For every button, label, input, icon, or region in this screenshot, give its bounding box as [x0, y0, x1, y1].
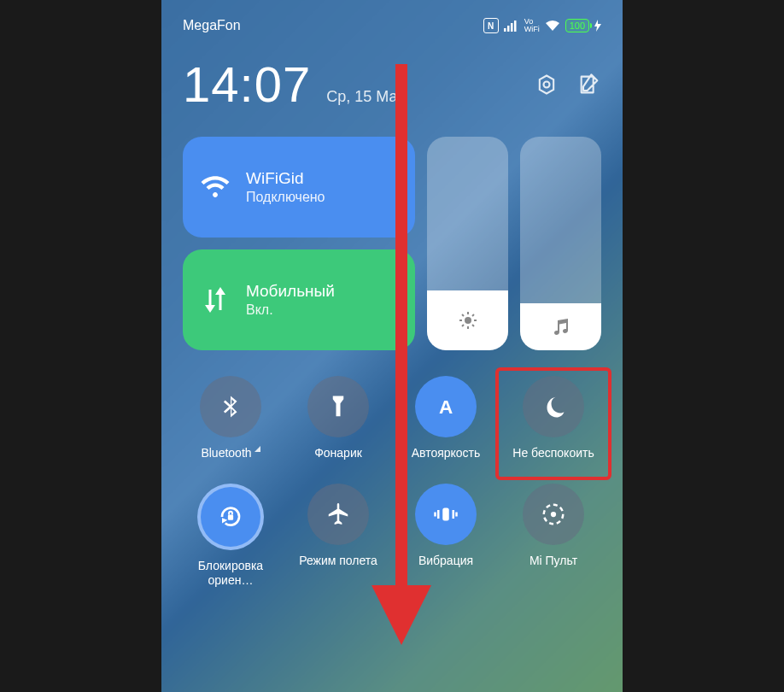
page-dot-active	[383, 600, 389, 606]
brightness-icon	[458, 310, 478, 331]
svg-line-12	[462, 325, 464, 326]
autobrightness-toggle[interactable]: A Автояркость	[398, 376, 494, 475]
dnd-toggle[interactable]: Не беспокоить	[506, 376, 601, 475]
rotation-lock-toggle[interactable]: Блокировка ориен…	[183, 484, 278, 588]
moon-icon	[541, 394, 566, 419]
mobile-data-tile[interactable]: Мобильный Вкл.	[183, 249, 415, 350]
wifi-status-icon	[545, 20, 560, 32]
svg-point-18	[551, 512, 556, 517]
svg-point-5	[465, 317, 471, 324]
airplane-label: Режим полета	[299, 554, 377, 583]
mi-remote-toggle[interactable]: Mi Пульт	[506, 484, 601, 588]
flashlight-toggle[interactable]: Фонарик	[290, 376, 386, 475]
time-row: 14:07 Ср, 15 Май	[183, 56, 601, 113]
page-indicator	[183, 600, 601, 606]
svg-rect-15	[228, 515, 233, 520]
remote-icon	[541, 501, 566, 527]
svg-rect-3	[514, 21, 517, 32]
expand-icon	[398, 220, 407, 229]
settings-icon[interactable]	[535, 73, 559, 97]
bluetooth-label: Bluetooth	[201, 446, 260, 475]
rotation-lock-label: Блокировка ориен…	[183, 559, 278, 588]
control-center: MegaFon N VoWiFi 100 14:07 Ср, 15 Май	[161, 0, 623, 692]
dnd-label: Не беспокоить	[512, 446, 594, 475]
flashlight-label: Фонарик	[314, 446, 362, 475]
svg-rect-16	[442, 508, 449, 521]
flashlight-icon	[325, 394, 351, 419]
svg-line-11	[472, 325, 474, 326]
brightness-slider[interactable]	[427, 137, 508, 350]
bluetooth-icon	[218, 394, 243, 419]
music-icon	[551, 317, 571, 337]
mi-remote-label: Mi Пульт	[529, 554, 577, 583]
expand-icon	[398, 333, 407, 342]
vibration-icon	[433, 501, 459, 527]
wifi-name: WiFiGid	[246, 169, 325, 188]
mobile-data-icon	[200, 284, 231, 315]
bluetooth-toggle[interactable]: Bluetooth	[183, 376, 278, 475]
status-icons: N VoWiFi 100	[483, 18, 601, 33]
rotation-lock-icon	[218, 504, 243, 530]
page-dot	[395, 600, 401, 606]
svg-text:A: A	[439, 396, 453, 418]
carrier-label: MegaFon	[183, 18, 241, 33]
svg-line-10	[462, 314, 464, 316]
clock-date: Ср, 15 Май	[326, 88, 406, 106]
airplane-toggle[interactable]: Режим полета	[290, 484, 386, 588]
mobile-status: Вкл.	[246, 302, 335, 318]
wifi-tile[interactable]: WiFiGid Подключено	[183, 137, 415, 238]
nfc-icon: N	[483, 18, 499, 33]
svg-rect-0	[504, 28, 506, 32]
wifi-status: Подключено	[246, 190, 325, 205]
mobile-title: Мобильный	[246, 282, 335, 301]
charging-icon	[594, 20, 601, 32]
vowifi-icon: VoWiFi	[524, 18, 540, 33]
quick-toggles: Bluetooth Фонарик A Автояркость Не беспо…	[183, 376, 601, 588]
vibration-label: Вибрация	[418, 554, 473, 583]
clock-time: 14:07	[183, 56, 311, 113]
status-bar: MegaFon N VoWiFi 100	[183, 13, 601, 38]
volume-slider[interactable]	[520, 137, 601, 350]
vibration-toggle[interactable]: Вибрация	[398, 484, 494, 588]
battery-indicator: 100	[565, 19, 589, 32]
svg-point-4	[544, 81, 550, 87]
autobrightness-icon: A	[433, 394, 459, 419]
expand-icon	[255, 446, 260, 452]
svg-rect-2	[511, 23, 513, 32]
autobrightness-label: Автояркость	[412, 446, 481, 475]
edit-icon[interactable]	[577, 73, 601, 97]
svg-line-13	[472, 314, 474, 316]
svg-rect-1	[507, 26, 510, 32]
signal-icon	[504, 20, 519, 32]
wifi-icon	[200, 172, 231, 202]
airplane-icon	[325, 501, 351, 527]
